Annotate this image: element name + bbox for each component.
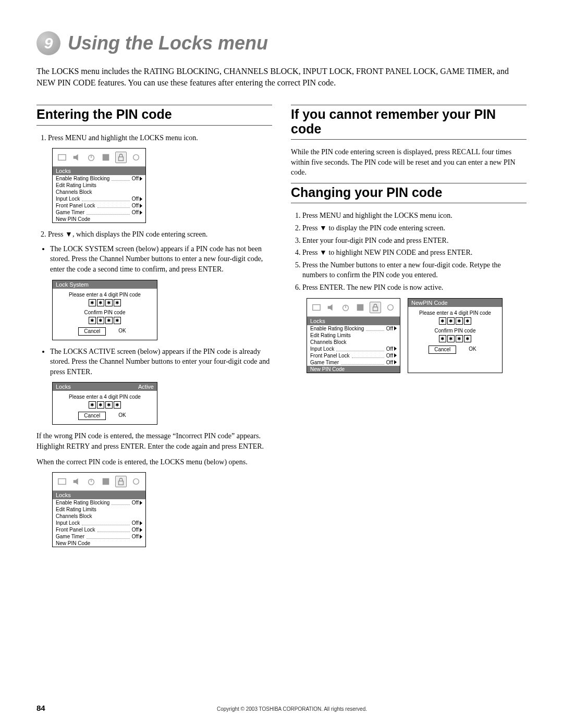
menu-item-label: Front Panel Lock [56, 203, 95, 208]
pin-digit: ✱ [439, 317, 446, 325]
cancel-button: Cancel [78, 412, 106, 420]
pin-digit: ✱ [456, 317, 463, 325]
pin-digit: ✱ [114, 401, 121, 409]
wrong-pin-paragraph: If the wrong PIN code is entered, the me… [36, 431, 272, 451]
menu-item-label: New PIN Code [56, 216, 90, 222]
intro-paragraph: The LOCKS menu includes the RATING BLOCK… [36, 66, 527, 88]
confirm-pin-label: Confirm PIN code [57, 310, 153, 315]
icon-lock-icon [370, 302, 381, 313]
menu-item-value: Off [132, 500, 139, 505]
svg-point-6 [133, 155, 139, 161]
menu-item-value: Off [132, 209, 139, 215]
pin-confirm-row: ✱ ✱ ✱ ✱ [57, 317, 153, 324]
icon-setup-icon [101, 476, 111, 487]
enter-pin-label: Please enter a 4 digit PIN code [57, 394, 153, 400]
chevron-right-icon [394, 347, 397, 351]
change-step-6: Press ENTER. The new PIN code is now act… [302, 282, 527, 293]
section-cannot-remember: If you cannot remember your PIN code [291, 105, 527, 140]
pin-digit: ✱ [464, 335, 471, 342]
dialog-status: Active [138, 384, 154, 390]
bullet-lock-system: The LOCK SYSTEM screen (below) appears i… [50, 244, 272, 275]
change-step-3: Enter your four-digit PIN code and press… [302, 236, 527, 246]
figure-locks-menu-2: Locks Enable Rating BlockingOff Edit Rat… [52, 472, 272, 547]
section-changing-pin: Changing your PIN code [291, 183, 527, 204]
svg-rect-14 [313, 304, 320, 310]
svg-rect-18 [357, 304, 364, 311]
menu-item-label: Edit Rating Limits [56, 182, 96, 188]
icon-picture-icon [57, 152, 67, 163]
icon-applications-icon [131, 476, 141, 487]
svg-point-13 [133, 479, 139, 485]
menu-item-label: Edit Rating Limits [310, 332, 351, 338]
menu-item-label: Game Timer [56, 534, 84, 539]
menu-title: Locks [56, 168, 71, 174]
pin-entry-row: ✱ ✱ ✱ ✱ [57, 401, 153, 409]
page-number: 84 [36, 704, 57, 712]
change-step-2: Press ▼ to display the PIN code entering… [302, 223, 527, 233]
pin-digit: ✱ [114, 317, 121, 324]
chevron-right-icon [140, 204, 142, 208]
chevron-right-icon [394, 353, 397, 357]
menu-item-value: Off [132, 203, 139, 208]
chevron-right-icon [140, 535, 142, 539]
menu-item-label: Channels Block [310, 339, 346, 345]
dialog-title: Locks [56, 384, 71, 390]
icon-lock-icon [115, 152, 127, 163]
icon-applications-icon [131, 152, 141, 163]
menu-item-label: Input Lock [56, 520, 80, 526]
pin-digit: ✱ [456, 335, 463, 342]
chevron-right-icon [394, 360, 397, 364]
icon-setup-icon [101, 152, 111, 163]
step-2: Press ▼, which displays the PIN code ent… [48, 229, 272, 240]
icon-audio-icon [71, 476, 82, 487]
icon-picture-icon [311, 302, 322, 313]
cancel-button: Cancel [429, 346, 456, 354]
chevron-right-icon [140, 211, 142, 215]
step-1: Press MENU and highlight the LOCKS menu … [48, 133, 272, 143]
dialog-title: Lock System [56, 281, 89, 288]
copyright-text: Copyright © 2003 TOSHIBA CORPORATION. Al… [57, 706, 527, 712]
svg-rect-0 [58, 155, 66, 161]
enter-pin-label: Please enter a 4 digit PIN code [57, 292, 153, 298]
pin-digit: ✱ [447, 317, 455, 325]
svg-rect-12 [119, 481, 124, 485]
menu-item-value: Off [132, 176, 139, 181]
bullet-locks-active: The LOCKS ACTIVE screen (below) appears … [50, 347, 272, 377]
pin-digit: ✱ [89, 299, 96, 306]
svg-rect-19 [373, 307, 378, 311]
chevron-right-icon [140, 501, 142, 505]
menu-item-label: Game Timer [310, 360, 339, 365]
menu-item-value: Off [386, 353, 393, 359]
menu-item-value: Off [132, 520, 139, 526]
icon-picture-icon [57, 476, 67, 487]
pin-digit: ✱ [89, 401, 96, 409]
figure-locks-menu-1: Locks Enable Rating BlockingOff Edit Rat… [52, 148, 272, 223]
menu-item-label: Channels Block [56, 189, 92, 195]
menu-item-label: Input Lock [310, 346, 334, 352]
menu-item-label: Game Timer [56, 209, 84, 215]
menu-item-label: Front Panel Lock [56, 527, 95, 533]
change-step-1: Press MENU and highlight the LOCKS menu … [302, 211, 527, 221]
menu-item-label: New PIN Code [56, 540, 90, 546]
chapter-title: Using the Locks menu [68, 32, 268, 54]
pin-digit: ✱ [439, 335, 446, 342]
pin-digit: ✱ [447, 335, 455, 342]
svg-rect-7 [58, 479, 66, 485]
icon-audio-icon [326, 302, 336, 313]
pin-digit: ✱ [97, 299, 104, 306]
menu-item-value: Off [132, 196, 139, 202]
menu-title: Locks [56, 492, 71, 498]
menu-item-value: Off [386, 360, 393, 365]
pin-digit: ✱ [464, 317, 471, 325]
icon-timer-icon [340, 302, 351, 313]
svg-marker-1 [74, 154, 78, 161]
menu-item-label: Channels Block [56, 513, 92, 519]
ok-button: OK [113, 412, 131, 420]
pin-digit: ✱ [97, 401, 104, 409]
pin-digit: ✱ [114, 299, 121, 306]
menu-item-label: New PIN Code [310, 366, 345, 372]
chevron-right-icon [140, 197, 142, 201]
change-step-4: Press ▼ to highlight NEW PIN CODE and pr… [302, 248, 527, 258]
svg-rect-4 [103, 154, 109, 161]
chevron-right-icon [140, 521, 142, 525]
